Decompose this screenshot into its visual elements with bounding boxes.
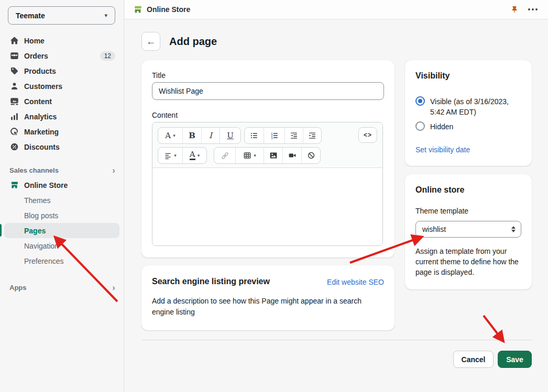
sidebar-item-marketing[interactable]: Marketing <box>0 124 124 139</box>
alignment-button[interactable]: ▾ <box>158 148 182 163</box>
table-button[interactable]: ▾ <box>235 148 264 163</box>
sidebar-item-label: Discounts <box>24 143 60 151</box>
storefront-icon <box>9 181 19 190</box>
sub-item-label: Preferences <box>24 257 63 265</box>
indent-button[interactable] <box>303 128 321 143</box>
tag-icon <box>9 66 19 76</box>
sidebar-item-themes[interactable]: Themes <box>4 193 119 208</box>
topbar-title: Online Store <box>147 5 190 14</box>
sidebar-item-products[interactable]: Products <box>0 63 124 79</box>
sub-item-label: Navigation <box>24 242 59 250</box>
visibility-heading: Visibility <box>415 71 450 81</box>
seo-heading: Search engine listing preview <box>152 277 270 286</box>
select-updown-icon <box>511 226 516 232</box>
sub-item-label: Themes <box>24 196 51 205</box>
orders-icon <box>9 51 19 61</box>
font-style-button[interactable]: A ▾ <box>158 128 182 143</box>
sidebar-item-preferences[interactable]: Preferences <box>4 253 119 268</box>
shopify-admin-window: Teemate ▾ Home Orders 12 Products <box>0 0 548 392</box>
sidebar-item-analytics[interactable]: Analytics <box>0 109 124 124</box>
bold-letter: B <box>189 131 195 140</box>
hidden-option-label: Hidden <box>430 121 520 132</box>
sidebar-item-discounts[interactable]: Discounts <box>0 139 124 154</box>
bold-button[interactable]: B <box>182 128 201 143</box>
sidebar-item-label: Online Store <box>24 181 68 189</box>
save-button[interactable]: Save <box>498 351 532 368</box>
orders-count-badge: 12 <box>100 51 115 61</box>
sidebar-item-orders[interactable]: Orders 12 <box>0 48 124 63</box>
home-icon <box>9 36 19 46</box>
title-label: Title <box>152 71 166 80</box>
bulleted-list-button[interactable] <box>245 128 264 143</box>
italic-button[interactable]: I <box>201 128 220 143</box>
cancel-button[interactable]: Cancel <box>453 351 494 368</box>
text-color-button[interactable]: A ▾ <box>182 148 206 163</box>
content-icon <box>9 97 19 106</box>
italic-letter: I <box>209 131 212 140</box>
outdent-button[interactable] <box>284 128 303 143</box>
code-view-button[interactable]: <> <box>358 127 377 143</box>
theme-template-label: Theme template <box>415 207 468 215</box>
chevron-down-icon: ▾ <box>173 133 176 138</box>
discount-icon <box>9 142 19 152</box>
rich-text-editor: A ▾ B I U <box>152 122 383 246</box>
sidebar-item-label: Analytics <box>24 113 57 121</box>
visible-option-label: Visible (as of 3/16/2023, 5:42 AM EDT) <box>430 96 520 117</box>
underline-letter: U <box>227 131 234 140</box>
edit-website-seo-link[interactable]: Edit website SEO <box>327 278 384 286</box>
store-switcher[interactable]: Teemate ▾ <box>8 6 115 25</box>
sidebar-item-pages[interactable]: Pages <box>4 223 119 238</box>
online-store-card: Online store Theme template wishlist Ass… <box>405 174 532 289</box>
sidebar: Teemate ▾ Home Orders 12 Products <box>0 0 124 392</box>
sub-item-label: Blog posts <box>24 211 58 220</box>
video-button[interactable] <box>282 148 301 163</box>
set-visibility-date-link[interactable]: Set visibility date <box>415 145 470 154</box>
sidebar-item-blog-posts[interactable]: Blog posts <box>4 208 119 223</box>
hidden-radio-option[interactable]: Hidden <box>415 121 520 132</box>
title-input[interactable] <box>152 82 384 100</box>
sidebar-item-home[interactable]: Home <box>0 33 124 48</box>
sidebar-item-navigation[interactable]: Navigation <box>4 238 119 253</box>
apps-header[interactable]: Apps › <box>0 281 124 294</box>
pin-icon[interactable] <box>510 5 519 14</box>
content-label: Content <box>152 111 178 119</box>
sidebar-item-online-store[interactable]: Online Store <box>0 177 124 193</box>
chevron-down-icon: ▾ <box>174 153 177 158</box>
more-menu-icon[interactable] <box>526 6 540 13</box>
storefront-logo-icon <box>133 5 143 14</box>
store-name: Teemate <box>16 12 45 20</box>
page-title: Add page <box>169 36 217 48</box>
chevron-right-icon: › <box>112 166 115 175</box>
editor-toolbar: A ▾ B I U <box>152 122 382 168</box>
sales-channels-header[interactable]: Sales channels › <box>0 164 124 176</box>
radio-selected-icon <box>415 96 425 106</box>
visible-radio-option[interactable]: Visible (as of 3/16/2023, 5:42 AM EDT) <box>415 96 520 117</box>
online-store-heading: Online store <box>415 185 464 195</box>
chevron-down-icon: ▾ <box>104 12 107 19</box>
image-button[interactable] <box>264 148 282 163</box>
chevron-down-icon: ▾ <box>198 153 200 158</box>
underline-button[interactable]: U <box>220 128 240 143</box>
align-color-group: ▾ A ▾ <box>158 147 207 164</box>
sidebar-item-label: Products <box>24 67 56 75</box>
numbered-list-button[interactable]: 123 <box>264 128 284 143</box>
text-style-group: A ▾ B I U <box>158 127 241 144</box>
apps-label: Apps <box>9 284 27 292</box>
sidebar-item-label: Home <box>24 37 45 45</box>
back-button[interactable]: ← <box>141 32 160 51</box>
link-button[interactable] <box>214 148 235 163</box>
sidebar-item-customers[interactable]: Customers <box>0 79 124 94</box>
visibility-card: Visibility Visible (as of 3/16/2023, 5:4… <box>405 60 532 166</box>
chevron-down-icon: ▾ <box>254 153 256 158</box>
editor-content-area[interactable] <box>152 168 382 246</box>
clear-formatting-button[interactable] <box>301 148 320 163</box>
insert-group: ▾ <box>214 147 321 164</box>
page-form-card: Title Content A ▾ B I <box>141 60 394 257</box>
main-content: ← Add page Title Content A ▾ B <box>125 19 548 392</box>
sidebar-item-content[interactable]: Content <box>0 94 124 109</box>
topbar: Online Store <box>125 0 548 19</box>
theme-template-select[interactable]: wishlist <box>415 221 521 238</box>
radio-unselected-icon <box>415 121 425 131</box>
svg-text:3: 3 <box>271 137 272 140</box>
seo-description: Add a description to see how this Page m… <box>152 296 384 318</box>
